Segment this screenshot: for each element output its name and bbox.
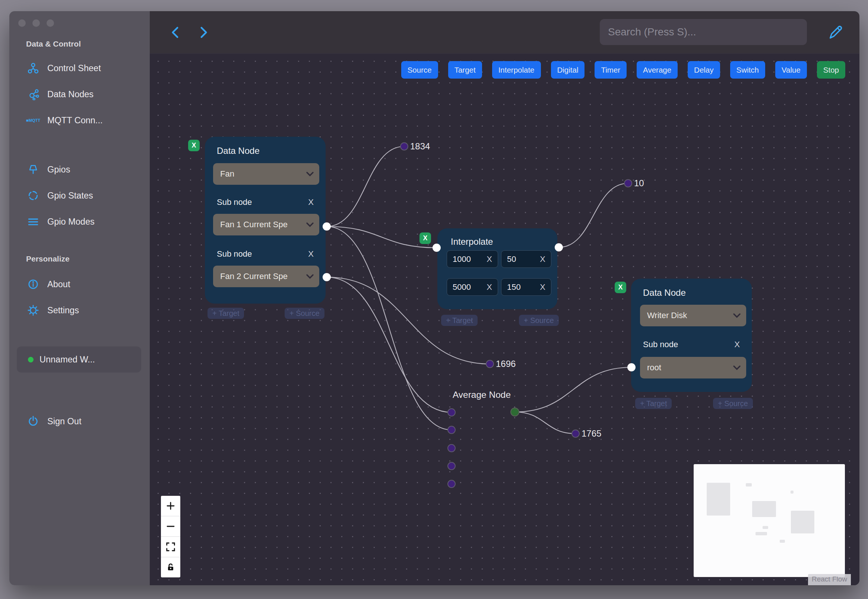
toolbar-button-stop[interactable]: Stop [817, 61, 845, 78]
clear-cell-button[interactable]: X [540, 254, 545, 264]
clear-cell-button[interactable]: X [486, 282, 492, 292]
traffic-light-minimize-icon[interactable] [32, 20, 40, 27]
clear-cell-button[interactable]: X [540, 282, 545, 292]
add-target-button[interactable]: + Target [441, 315, 478, 326]
remove-subnode-button[interactable]: X [734, 340, 740, 349]
add-source-button[interactable]: + Source [284, 308, 325, 319]
value-handle[interactable] [486, 360, 494, 368]
subnode-select-1[interactable]: Fan 1 Current Spe [213, 214, 319, 235]
react-flow-attribution[interactable]: React Flow [808, 574, 851, 585]
chevron-down-icon [306, 220, 314, 229]
toolbar-button-digital[interactable]: Digital [551, 61, 585, 78]
data-node-fan[interactable]: Data Node Fan Sub node X Fan 1 Current S… [205, 137, 326, 304]
remove-subnode-button[interactable]: X [308, 197, 314, 207]
average-source-handle[interactable] [510, 408, 519, 417]
connection-handle[interactable] [627, 363, 636, 372]
zoom-in-button[interactable] [161, 496, 180, 516]
minimap-node [791, 491, 793, 494]
sidebar-item-mqtt[interactable]: ■MQTT MQTT Conn... [27, 113, 102, 128]
forward-button[interactable] [196, 25, 211, 39]
back-button[interactable] [168, 25, 182, 39]
sidebar-item-data-nodes[interactable]: Data Nodes [27, 87, 93, 102]
search-input[interactable] [600, 19, 807, 45]
add-target-button[interactable]: + Target [208, 308, 244, 319]
toolbar-button-switch[interactable]: Switch [730, 61, 765, 78]
add-source-button[interactable]: + Source [519, 315, 559, 326]
clear-cell-button[interactable]: X [486, 254, 492, 264]
average-input-handle[interactable] [447, 426, 456, 434]
toolbar-button-target[interactable]: Target [448, 61, 482, 78]
chevron-down-icon [306, 272, 314, 281]
sidebar-item-gpio-modes[interactable]: Gpio Modes [27, 214, 95, 229]
edge [515, 412, 576, 433]
add-source-button[interactable]: + Source [713, 398, 753, 409]
sidebar-item-sign-out[interactable]: Sign Out [27, 414, 81, 429]
traffic-light-close-icon[interactable] [18, 20, 26, 27]
traffic-light-zoom-icon[interactable] [47, 20, 54, 27]
sidebar-item-about[interactable]: About [27, 277, 70, 292]
zoom-out-button[interactable] [161, 516, 180, 537]
average-node-label: Average Node [453, 390, 511, 400]
sidebar-item-label: Control Sheet [47, 63, 101, 74]
list-lines-icon [27, 216, 39, 227]
toolbar-button-source[interactable]: Source [401, 61, 438, 78]
sidebar-item-label: Gpios [47, 165, 70, 175]
interpolate-cell[interactable]: 5000 X [447, 278, 498, 296]
delete-node-button[interactable]: X [420, 232, 431, 244]
sidebar-section-data-control: Data & Control [26, 39, 81, 48]
toolbar-button-delay[interactable]: Delay [688, 61, 720, 78]
subnode-row: Sub node X [643, 340, 740, 349]
interpolate-node[interactable]: Interpolate 1000 X 50 X 5000 X 150 X [437, 228, 557, 309]
device-select[interactable]: Fan [213, 163, 319, 185]
toolbar-button-timer[interactable]: Timer [594, 61, 627, 78]
average-input-handle[interactable] [447, 462, 456, 470]
sidebar-item-label: Unnamed W... [39, 355, 95, 365]
lock-button[interactable] [161, 557, 180, 577]
value-handle[interactable] [624, 179, 632, 187]
edge [327, 146, 404, 226]
average-input-handle[interactable] [447, 480, 456, 488]
interpolate-cell[interactable]: 1000 X [447, 250, 498, 268]
pencil-icon[interactable] [827, 24, 842, 40]
topbar [150, 11, 859, 53]
sidebar: Data & Control Control Sheet Data Nodes … [9, 11, 150, 585]
fit-view-button[interactable] [161, 537, 180, 557]
subnode-label: Sub node [217, 249, 252, 259]
delete-node-button[interactable]: X [188, 140, 200, 151]
connection-handle[interactable] [323, 273, 331, 281]
connection-handle[interactable] [323, 223, 331, 230]
flow-canvas[interactable]: SourceTargetInterpolateDigitalTimerAvera… [150, 53, 859, 585]
device-select[interactable]: Writer Disk [640, 305, 746, 326]
toolbar-button-value[interactable]: Value [775, 61, 807, 78]
connection-handle[interactable] [555, 243, 563, 251]
sidebar-item-gpio-states[interactable]: Gpio States [27, 188, 93, 203]
interpolate-cell[interactable]: 150 X [501, 278, 551, 296]
value-handle[interactable] [400, 142, 408, 151]
minimap-node [752, 501, 776, 517]
value-handle[interactable] [572, 429, 580, 438]
remove-subnode-button[interactable]: X [308, 249, 314, 259]
connection-handle[interactable] [433, 244, 441, 252]
sidebar-item-control-sheet[interactable]: Control Sheet [27, 61, 101, 75]
delete-node-button[interactable]: X [615, 281, 626, 293]
toolbar-button-interpolate[interactable]: Interpolate [492, 61, 541, 78]
subnode-select-2[interactable]: Fan 2 Current Spe [213, 266, 319, 287]
average-input-handle[interactable] [447, 408, 456, 417]
sidebar-item-label: Settings [47, 306, 79, 316]
edge [515, 367, 632, 412]
chevron-down-icon [733, 311, 741, 321]
toolbar-button-average[interactable]: Average [637, 61, 678, 78]
control-sheet-icon [27, 62, 39, 74]
subnode-label: Sub node [217, 197, 252, 207]
sidebar-item-settings[interactable]: Settings [27, 303, 79, 318]
data-node-writer-disk[interactable]: Data Node Writer Disk Sub node X root [631, 278, 752, 392]
sidebar-section-personalize: Personalize [26, 254, 70, 263]
interpolate-cell[interactable]: 50 X [501, 250, 551, 268]
sidebar-item-workflow[interactable]: Unnamed W... [17, 346, 141, 373]
minimap[interactable] [693, 464, 845, 577]
data-nodes-icon [27, 88, 39, 100]
average-input-handle[interactable] [447, 444, 456, 452]
subnode-select[interactable]: root [640, 357, 746, 378]
sidebar-item-gpios[interactable]: Gpios [27, 162, 70, 177]
add-target-button[interactable]: + Target [635, 398, 672, 409]
